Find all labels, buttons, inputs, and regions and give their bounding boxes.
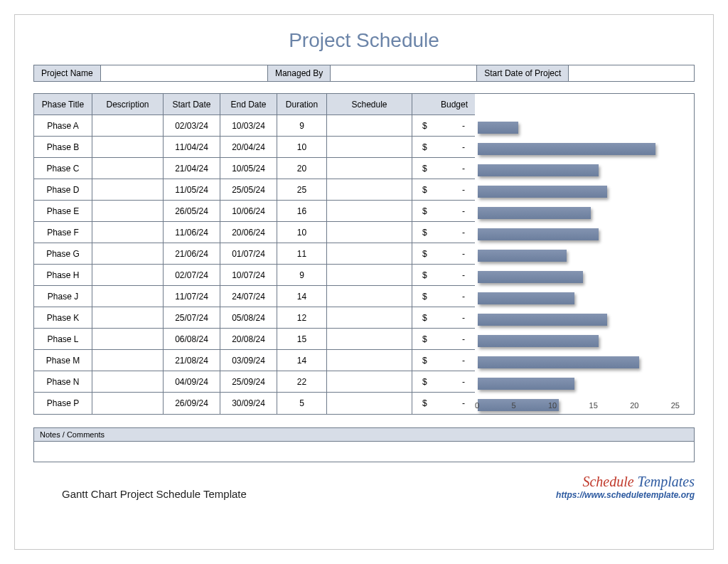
cell-start[interactable]: 26/05/24 bbox=[164, 201, 220, 222]
notes-input[interactable] bbox=[34, 442, 694, 462]
cell-sched[interactable] bbox=[327, 201, 412, 222]
cell-sched[interactable] bbox=[327, 265, 412, 286]
managed-by-input[interactable] bbox=[331, 65, 477, 81]
cell-desc[interactable] bbox=[92, 158, 164, 179]
cell-sched[interactable] bbox=[327, 137, 412, 158]
cell-phase[interactable]: Phase A bbox=[34, 115, 92, 137]
cell-budget[interactable]: $- bbox=[412, 201, 475, 222]
cell-budget[interactable]: $- bbox=[412, 243, 475, 265]
project-name-input[interactable] bbox=[101, 65, 268, 81]
cell-dur[interactable]: 12 bbox=[277, 307, 327, 329]
cell-dur[interactable]: 22 bbox=[277, 371, 327, 393]
start-date-input[interactable] bbox=[569, 65, 694, 81]
cell-dur[interactable]: 11 bbox=[277, 243, 327, 265]
cell-end[interactable]: 10/05/24 bbox=[220, 158, 277, 179]
cell-start[interactable]: 11/04/24 bbox=[164, 137, 220, 158]
cell-sched[interactable] bbox=[327, 286, 412, 307]
cell-dur[interactable]: 10 bbox=[277, 137, 327, 158]
cell-start[interactable]: 21/06/24 bbox=[164, 243, 220, 265]
cell-end[interactable]: 03/09/24 bbox=[220, 350, 277, 371]
cell-start[interactable]: 21/04/24 bbox=[164, 158, 220, 179]
cell-dur[interactable]: 5 bbox=[277, 393, 327, 414]
cell-start[interactable]: 11/06/24 bbox=[164, 222, 220, 243]
cell-end[interactable]: 20/04/24 bbox=[220, 137, 277, 158]
cell-dur[interactable]: 10 bbox=[277, 222, 327, 243]
cell-phase[interactable]: Phase B bbox=[34, 137, 92, 158]
cell-sched[interactable] bbox=[327, 158, 412, 179]
cell-phase[interactable]: Phase M bbox=[34, 350, 92, 371]
cell-dur[interactable]: 14 bbox=[277, 350, 327, 371]
cell-start[interactable]: 26/09/24 bbox=[164, 393, 220, 414]
cell-start[interactable]: 02/07/24 bbox=[164, 265, 220, 286]
cell-desc[interactable] bbox=[92, 201, 164, 222]
cell-phase[interactable]: Phase N bbox=[34, 371, 92, 393]
cell-budget[interactable]: $- bbox=[412, 350, 475, 371]
cell-start[interactable]: 04/09/24 bbox=[164, 371, 220, 393]
cell-phase[interactable]: Phase L bbox=[34, 329, 92, 350]
cell-phase[interactable]: Phase F bbox=[34, 222, 92, 243]
cell-sched[interactable] bbox=[327, 179, 412, 201]
cell-budget[interactable]: $- bbox=[412, 393, 475, 414]
cell-start[interactable]: 25/07/24 bbox=[164, 307, 220, 329]
cell-sched[interactable] bbox=[327, 222, 412, 243]
cell-dur[interactable]: 16 bbox=[277, 201, 327, 222]
cell-end[interactable]: 24/07/24 bbox=[220, 286, 277, 307]
cell-start[interactable]: 11/07/24 bbox=[164, 286, 220, 307]
cell-start[interactable]: 11/05/24 bbox=[164, 179, 220, 201]
cell-budget[interactable]: $- bbox=[412, 371, 475, 393]
cell-desc[interactable] bbox=[92, 350, 164, 371]
cell-budget[interactable]: $- bbox=[412, 329, 475, 350]
cell-sched[interactable] bbox=[327, 307, 412, 329]
cell-desc[interactable] bbox=[92, 137, 164, 158]
cell-budget[interactable]: $- bbox=[412, 286, 475, 307]
cell-dur[interactable]: 25 bbox=[277, 179, 327, 201]
cell-desc[interactable] bbox=[92, 393, 164, 414]
cell-desc[interactable] bbox=[92, 286, 164, 307]
cell-dur[interactable]: 15 bbox=[277, 329, 327, 350]
cell-end[interactable]: 10/03/24 bbox=[220, 115, 277, 137]
cell-phase[interactable]: Phase H bbox=[34, 265, 92, 286]
cell-desc[interactable] bbox=[92, 307, 164, 329]
cell-desc[interactable] bbox=[92, 371, 164, 393]
cell-end[interactable]: 30/09/24 bbox=[220, 393, 277, 414]
cell-sched[interactable] bbox=[327, 329, 412, 350]
cell-end[interactable]: 01/07/24 bbox=[220, 243, 277, 265]
cell-phase[interactable]: Phase C bbox=[34, 158, 92, 179]
cell-end[interactable]: 05/08/24 bbox=[220, 307, 277, 329]
cell-end[interactable]: 20/08/24 bbox=[220, 329, 277, 350]
cell-sched[interactable] bbox=[327, 393, 412, 414]
cell-dur[interactable]: 9 bbox=[277, 115, 327, 137]
cell-desc[interactable] bbox=[92, 265, 164, 286]
cell-budget[interactable]: $- bbox=[412, 115, 475, 137]
cell-dur[interactable]: 20 bbox=[277, 158, 327, 179]
cell-budget[interactable]: $- bbox=[412, 179, 475, 201]
cell-desc[interactable] bbox=[92, 243, 164, 265]
cell-phase[interactable]: Phase J bbox=[34, 286, 92, 307]
cell-end[interactable]: 10/06/24 bbox=[220, 201, 277, 222]
cell-desc[interactable] bbox=[92, 115, 164, 137]
cell-budget[interactable]: $- bbox=[412, 137, 475, 158]
cell-desc[interactable] bbox=[92, 179, 164, 201]
cell-start[interactable]: 02/03/24 bbox=[164, 115, 220, 137]
cell-budget[interactable]: $- bbox=[412, 307, 475, 329]
cell-dur[interactable]: 9 bbox=[277, 265, 327, 286]
cell-phase[interactable]: Phase E bbox=[34, 201, 92, 222]
cell-start[interactable]: 21/08/24 bbox=[164, 350, 220, 371]
cell-budget[interactable]: $- bbox=[412, 222, 475, 243]
cell-phase[interactable]: Phase P bbox=[34, 393, 92, 414]
cell-sched[interactable] bbox=[327, 350, 412, 371]
cell-end[interactable]: 20/06/24 bbox=[220, 222, 277, 243]
cell-budget[interactable]: $- bbox=[412, 265, 475, 286]
cell-phase[interactable]: Phase G bbox=[34, 243, 92, 265]
cell-sched[interactable] bbox=[327, 115, 412, 137]
cell-sched[interactable] bbox=[327, 243, 412, 265]
cell-budget[interactable]: $- bbox=[412, 158, 475, 179]
cell-end[interactable]: 25/09/24 bbox=[220, 371, 277, 393]
cell-end[interactable]: 10/07/24 bbox=[220, 265, 277, 286]
cell-phase[interactable]: Phase D bbox=[34, 179, 92, 201]
cell-phase[interactable]: Phase K bbox=[34, 307, 92, 329]
cell-end[interactable]: 25/05/24 bbox=[220, 179, 277, 201]
cell-start[interactable]: 06/08/24 bbox=[164, 329, 220, 350]
cell-desc[interactable] bbox=[92, 222, 164, 243]
cell-desc[interactable] bbox=[92, 329, 164, 350]
